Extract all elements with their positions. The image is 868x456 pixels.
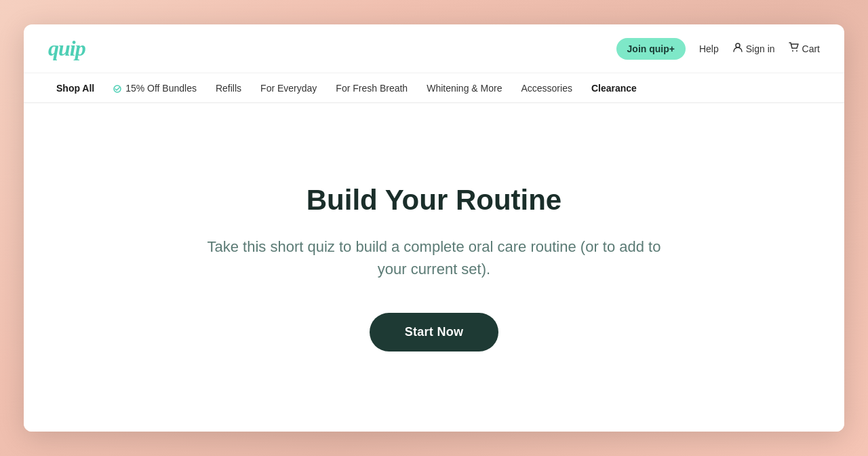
main-content: Build Your Routine Take this short quiz …	[24, 103, 844, 432]
page-headline: Build Your Routine	[307, 184, 561, 216]
nav-item-shop-all[interactable]: Shop All	[48, 79, 102, 98]
bundle-icon	[113, 83, 124, 94]
cart-icon	[789, 42, 800, 55]
sign-in-link[interactable]: Sign in	[732, 42, 775, 55]
page-subtext: Take this short quiz to build a complete…	[203, 235, 665, 280]
header-left: quip	[48, 36, 85, 61]
browser-window: quip Join quip+ Help Sign in	[24, 24, 844, 432]
nav-item-for-fresh-breath[interactable]: For Fresh Breath	[328, 79, 416, 98]
nav-item-refills[interactable]: Refills	[208, 79, 250, 98]
svg-point-0	[736, 43, 740, 48]
svg-point-1	[792, 50, 793, 52]
sign-in-label: Sign in	[746, 43, 775, 54]
header-right: Join quip+ Help Sign in	[616, 38, 820, 60]
main-nav: Shop All 15% Off Bundles Refills For Eve…	[24, 73, 844, 103]
join-quip-button[interactable]: Join quip+	[616, 38, 686, 60]
bundles-label: 15% Off Bundles	[125, 83, 197, 94]
nav-item-clearance[interactable]: Clearance	[583, 79, 645, 98]
nav-item-for-everyday[interactable]: For Everyday	[252, 79, 325, 98]
nav-item-accessories[interactable]: Accessories	[513, 79, 580, 98]
cart-link[interactable]: Cart	[789, 42, 820, 55]
user-icon	[732, 42, 743, 55]
svg-point-2	[796, 50, 797, 52]
logo[interactable]: quip	[48, 36, 85, 61]
start-now-button[interactable]: Start Now	[370, 313, 499, 352]
nav-item-bundles[interactable]: 15% Off Bundles	[105, 79, 205, 98]
header: quip Join quip+ Help Sign in	[24, 24, 844, 73]
nav-item-whitening-more[interactable]: Whitening & More	[418, 79, 510, 98]
help-link[interactable]: Help	[699, 43, 719, 54]
cart-label: Cart	[802, 43, 820, 54]
